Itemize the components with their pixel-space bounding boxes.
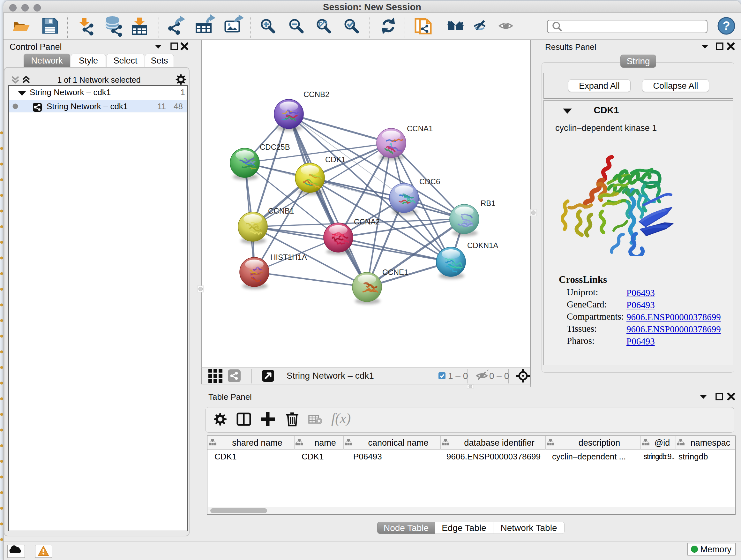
svg-text:CDC25B: CDC25B [260, 143, 290, 151]
svg-text:CDK1: CDK1 [325, 155, 346, 164]
svg-text:CCNE1: CCNE1 [382, 268, 408, 276]
svg-text:RB1: RB1 [481, 199, 495, 207]
svg-text:HIST1H1A: HIST1H1A [270, 253, 307, 261]
svg-text:CDC6: CDC6 [419, 177, 440, 186]
svg-text:CDKN1A: CDKN1A [467, 241, 498, 250]
svg-text:?: ? [723, 19, 730, 33]
svg-text:CCNA2: CCNA2 [354, 217, 380, 226]
svg-text:CCNA1: CCNA1 [407, 124, 433, 133]
svg-text:CCNB1: CCNB1 [268, 206, 294, 215]
svg-text:CCNB2: CCNB2 [304, 90, 329, 99]
